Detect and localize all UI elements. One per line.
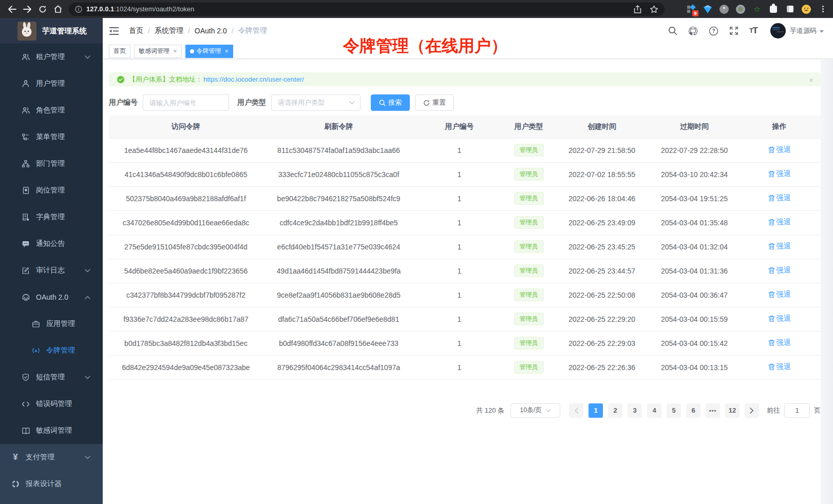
browser-back-button[interactable] (4, 3, 20, 16)
sidebar-item-oauth2-token[interactable]: A 令牌管理 (0, 337, 103, 364)
address-bar[interactable]: 127.0.0.1:1024/system/oauth2/token (69, 3, 665, 16)
force-logout-button[interactable]: 强退 (768, 338, 791, 347)
breadcrumb-system[interactable]: 系统管理 (155, 26, 183, 35)
sidebar-item-user[interactable]: 用户管理 (0, 70, 103, 97)
page-button-6[interactable]: 6 (686, 403, 701, 418)
site-info-icon[interactable] (75, 6, 82, 13)
page-button-5[interactable]: 5 (667, 403, 681, 418)
user-menu[interactable]: 芋道源码 (768, 23, 824, 38)
sidebar-item-payment[interactable]: ¥ 支付管理 (0, 444, 103, 471)
breadcrumb-oauth2[interactable]: OAuth 2.0 (195, 27, 227, 35)
help-icon[interactable]: ? (709, 26, 718, 36)
force-logout-button[interactable]: 强退 (768, 145, 791, 154)
prev-page-button[interactable] (569, 403, 583, 418)
sidebar-item-report-designer[interactable]: 报表设计器 (0, 471, 103, 497)
page-button-1[interactable]: 1 (589, 403, 603, 418)
browser-home-button[interactable] (50, 3, 66, 16)
col-expires: 过期时间 (651, 115, 738, 138)
caret-down-icon (820, 30, 824, 33)
sidebar-item-dept[interactable]: 部门管理 (0, 150, 103, 177)
trash-icon (768, 146, 775, 153)
sidebar-item-dict[interactable]: 字典管理 (0, 204, 103, 230)
table-row: c347026e805e4d99b0d116eae66eda8c cdfc4ce… (109, 210, 821, 235)
browser-reload-button[interactable] (35, 3, 50, 16)
page-size-select[interactable]: 10条/页 (510, 403, 560, 418)
sidebar-item-sensitive-word[interactable]: 敏感词管理 (0, 417, 103, 444)
page-button-12[interactable]: 12 (725, 403, 740, 418)
page-button-2[interactable]: 2 (608, 403, 622, 418)
reset-button[interactable]: 重置 (415, 94, 454, 111)
extension-reader-icon[interactable] (785, 4, 795, 14)
page-button-4[interactable]: 4 (647, 403, 661, 418)
browser-profile-avatar[interactable] (801, 4, 811, 14)
extension-puzzle-icon[interactable] (768, 4, 779, 14)
extension-star-icon[interactable]: ☆ (752, 4, 762, 14)
browser-forward-button[interactable] (20, 3, 35, 16)
table-header-row: 访问令牌 刷新令牌 用户编号 用户类型 创建时间 过期时间 操作 (109, 115, 821, 138)
force-logout-button[interactable]: 强退 (768, 218, 791, 227)
sidebar-item-post[interactable]: 岗位管理 (0, 177, 103, 204)
force-logout-button[interactable]: 强退 (768, 314, 791, 323)
pagination-total: 共 120 条 (476, 406, 504, 415)
alert-close-icon[interactable]: × (809, 75, 813, 83)
sidebar-item-oauth2[interactable]: OAuth 2.0 (0, 284, 103, 311)
force-logout-button[interactable]: 强退 (768, 266, 791, 275)
force-logout-button[interactable]: 强退 (768, 169, 791, 179)
doc-link[interactable]: https://doc.iocoder.cn/user-center/ (203, 75, 304, 83)
edit-log-icon (21, 266, 31, 275)
extension-settings-icon[interactable]: * (719, 4, 729, 14)
header-tools: ? TT 芋道源码 (668, 23, 824, 38)
sidebar-item-notice[interactable]: 通知公告 (0, 230, 103, 257)
search-button[interactable]: 搜索 (371, 94, 410, 111)
sidebar-item-audit-log[interactable]: 审计日志 (0, 257, 103, 284)
force-logout-button[interactable]: 强退 (768, 290, 791, 299)
chevron-down-icon (85, 456, 90, 459)
font-size-icon[interactable]: TT (749, 26, 758, 36)
trash-icon (768, 243, 775, 250)
trash-icon (768, 170, 775, 178)
close-icon[interactable]: × (225, 47, 229, 55)
next-page-button[interactable] (745, 403, 759, 418)
sidebar-item-role[interactable]: 角色管理 (0, 97, 103, 124)
success-icon (117, 76, 124, 83)
sidebar-item-tenant[interactable]: 租户管理 (0, 44, 103, 70)
search-icon[interactable] (668, 26, 677, 35)
force-logout-button[interactable]: 强退 (768, 193, 791, 203)
close-icon[interactable]: × (173, 47, 177, 55)
annotation-text: 令牌管理（在线用户） (343, 35, 507, 57)
app-logo[interactable]: 芋道管理系统 (0, 18, 103, 44)
more-pages-button[interactable]: ••• (706, 403, 720, 418)
user-type-select[interactable]: 请选择用户类型 (271, 94, 361, 111)
extension-dot-icon[interactable] (735, 4, 746, 14)
sidebar-item-menu[interactable]: 菜单管理 (0, 124, 103, 150)
org-tree-icon (21, 159, 31, 168)
force-logout-button[interactable]: 强退 (768, 242, 791, 251)
trash-icon (768, 267, 775, 274)
hamburger-icon[interactable] (109, 26, 120, 36)
book-edit-icon (21, 212, 31, 222)
extension-badge: 9 (692, 10, 698, 16)
browser-menu-icon[interactable] (818, 4, 828, 14)
bookmark-star-icon[interactable] (650, 5, 658, 13)
extension-gem-icon[interactable] (703, 4, 713, 14)
tab-token[interactable]: 令牌管理× (185, 45, 234, 58)
github-icon[interactable] (688, 26, 698, 36)
extension-tampermonkey-icon[interactable]: 9 (686, 4, 696, 14)
force-logout-button[interactable]: 强退 (768, 362, 791, 372)
fullscreen-icon[interactable] (729, 26, 739, 35)
user-type-label: 用户类型 (237, 98, 266, 107)
tab-home[interactable]: 首页 (109, 45, 130, 58)
breadcrumb-home[interactable]: 首页 (129, 26, 143, 35)
user-id-input[interactable] (143, 94, 229, 111)
sidebar-item-sms[interactable]: 短信管理 (0, 364, 103, 391)
share-icon[interactable] (634, 5, 641, 13)
user-type-badge: 管理员 (514, 264, 544, 277)
sidebar-item-error-code[interactable]: 错误码管理 (0, 391, 103, 417)
tab-sensitive-word[interactable]: 敏感词管理× (134, 45, 182, 58)
goto-page-input[interactable] (784, 403, 810, 418)
user-icon (21, 79, 31, 88)
chevron-down-icon (85, 269, 90, 273)
filter-form: 用户编号 用户类型 请选择用户类型 搜索 重置 (109, 94, 821, 111)
sidebar-item-oauth2-app[interactable]: 应用管理 (0, 311, 103, 337)
page-button-3[interactable]: 3 (628, 403, 642, 418)
